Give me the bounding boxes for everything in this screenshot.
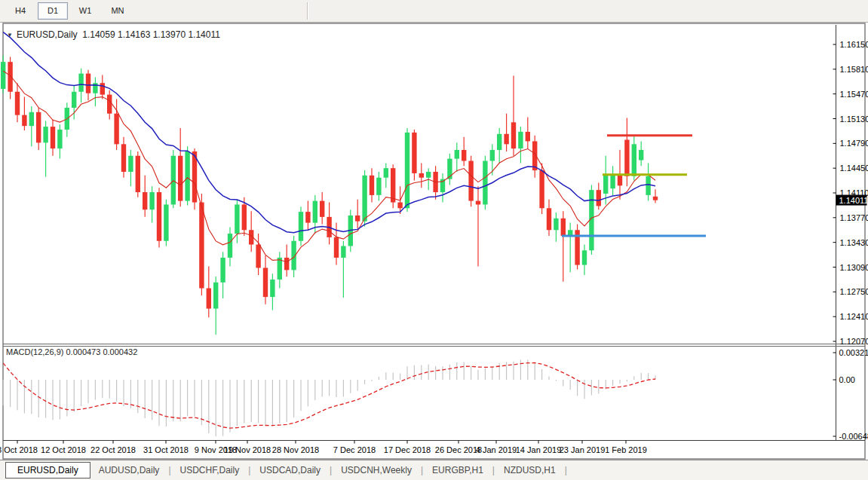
collapse-triangle-icon[interactable]: ▼ <box>7 32 13 38</box>
symbol-tabbar: EURUSD,Daily AUDUSD,Daily | USDCHF,Daily… <box>0 460 868 480</box>
svg-text:4 Jan 2019: 4 Jan 2019 <box>476 445 517 454</box>
tab-usdchf-daily[interactable]: USDCHF,Daily <box>172 463 248 478</box>
macd-histogram <box>3 359 655 436</box>
current-price-tag: 1.14011 <box>836 195 868 206</box>
svg-text:23 Jan 2019: 23 Jan 2019 <box>560 445 606 454</box>
terminal-window: H4 D1 W1 MN 1.161501.158101.154701.15130… <box>0 0 868 480</box>
svg-text:1.16150: 1.16150 <box>840 40 868 49</box>
tab-eurusd-daily[interactable]: EURUSD,Daily <box>5 462 90 478</box>
svg-text:17 Dec 2018: 17 Dec 2018 <box>384 445 431 454</box>
time-axis: 3 Oct 201812 Oct 201822 Oct 201831 Oct 2… <box>0 441 647 454</box>
svg-text:22 Oct 2018: 22 Oct 2018 <box>90 445 136 454</box>
svg-text:1.15470: 1.15470 <box>840 90 868 99</box>
svg-text:1.13430: 1.13430 <box>840 238 868 247</box>
window-borders <box>3 23 865 459</box>
tab-audusd-daily[interactable]: AUDUSD,Daily <box>90 463 168 478</box>
svg-text:14 Jan 2019: 14 Jan 2019 <box>516 445 562 454</box>
macd-indicator-label: MACD(12,26,9) 0.000473 0.000432 <box>6 347 137 356</box>
macd-axis: 0.0032160.00-0.006485 <box>833 348 868 441</box>
tab-usdcnh-weekly[interactable]: USDCNH,Weekly <box>333 463 420 478</box>
svg-text:1.14011: 1.14011 <box>839 196 868 205</box>
svg-text:-0.006485: -0.006485 <box>839 432 868 441</box>
tab-nzdusd-h1[interactable]: NZDUSD,H1 <box>495 463 564 478</box>
svg-text:1.13770: 1.13770 <box>840 213 868 222</box>
svg-text:31 Oct 2018: 31 Oct 2018 <box>143 445 189 454</box>
svg-text:3 Oct 2018: 3 Oct 2018 <box>0 445 38 454</box>
svg-text:1.14450: 1.14450 <box>840 164 868 173</box>
tab-divider: | <box>564 465 568 475</box>
svg-text:1.15130: 1.15130 <box>840 115 868 124</box>
price-axis: 1.161501.158101.154701.151301.147901.144… <box>833 40 868 346</box>
chart-canvas[interactable]: 1.161501.158101.154701.151301.147901.144… <box>0 0 868 480</box>
svg-text:0.003216: 0.003216 <box>839 348 868 357</box>
svg-text:28 Nov 2018: 28 Nov 2018 <box>272 445 319 454</box>
chart-title-text: EURUSD,Daily 1.14059 1.14163 1.13970 1.1… <box>17 29 220 40</box>
svg-text:7 Dec 2018: 7 Dec 2018 <box>333 445 376 454</box>
svg-text:1.15810: 1.15810 <box>840 65 868 74</box>
tab-usdcad-daily[interactable]: USDCAD,Daily <box>251 463 329 478</box>
svg-text:1 Feb 2019: 1 Feb 2019 <box>605 445 647 454</box>
svg-text:1.12750: 1.12750 <box>840 287 868 296</box>
svg-text:1.13090: 1.13090 <box>840 263 868 272</box>
svg-text:0.00: 0.00 <box>839 375 855 384</box>
tab-eurgbp-h1[interactable]: EURGBP,H1 <box>424 463 492 478</box>
svg-text:1.12070: 1.12070 <box>840 337 868 346</box>
svg-text:12 Oct 2018: 12 Oct 2018 <box>41 445 86 454</box>
svg-text:1.12410: 1.12410 <box>840 312 868 321</box>
chart-title: ▼EURUSD,Daily 1.14059 1.14163 1.13970 1.… <box>7 29 220 40</box>
svg-text:19 Nov 2018: 19 Nov 2018 <box>224 445 271 454</box>
svg-text:1.14790: 1.14790 <box>840 139 868 148</box>
